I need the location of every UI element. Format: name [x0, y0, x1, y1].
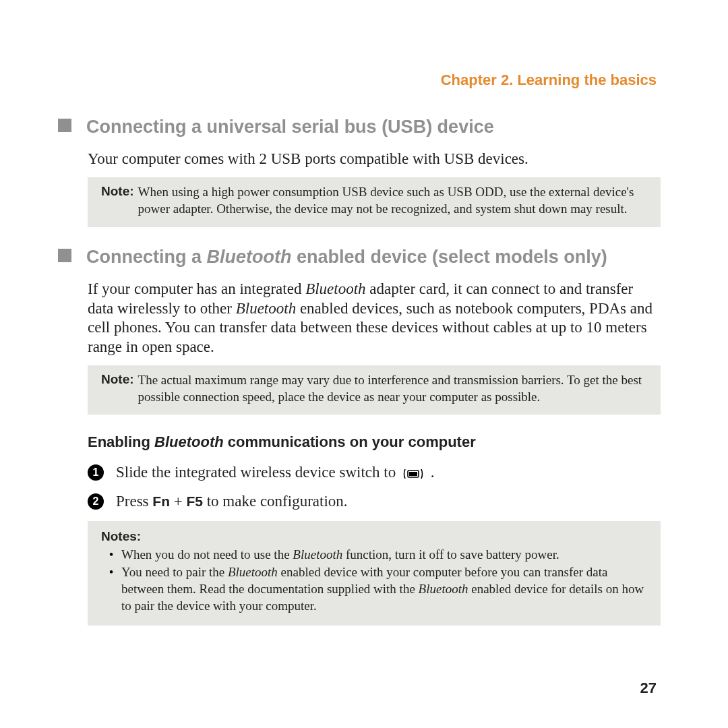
page-content: Chapter 2. Learning the basics Connectin…	[0, 71, 728, 626]
title-text: Connecting a	[86, 247, 207, 267]
usb-note-box: Note: When using a high power consumptio…	[88, 177, 661, 226]
page-number: 27	[640, 679, 657, 697]
notes-label: Notes:	[101, 529, 647, 544]
note-label: Note:	[101, 184, 134, 199]
key-f5: F5	[186, 493, 203, 509]
bullet-dot-icon: •	[101, 564, 121, 581]
usb-note-text: When using a high power consumption USB …	[138, 184, 647, 217]
step-1-text: Slide the integrated wireless device swi…	[116, 463, 434, 483]
notes-text: When you do not need to use the Bluetoot…	[121, 547, 559, 564]
square-bullet-icon	[58, 249, 71, 262]
notes-italic: Bluetooth	[419, 582, 468, 596]
note-label: Note:	[101, 372, 134, 387]
section-usb: Connecting a universal serial bus (USB) …	[58, 116, 661, 138]
svg-rect-1	[409, 472, 417, 476]
heading-span: communications on your computer	[224, 433, 476, 450]
title-text: enabled device (select models only)	[292, 247, 607, 267]
notes-span: function, turn it off to save battery po…	[342, 547, 559, 562]
heading-span: Enabling	[88, 433, 154, 450]
manual-page: Chapter 2. Learning the basics Connectin…	[0, 0, 728, 728]
key-fn: Fn	[152, 493, 170, 509]
step-2: 2 Press Fn + F5 to make configuration.	[88, 492, 661, 512]
step-number-badge: 1	[88, 464, 104, 481]
notes-text: You need to pair the Bluetooth enabled d…	[121, 564, 647, 614]
notes-item: • When you do not need to use the Blueto…	[101, 547, 647, 564]
body-italic: Bluetooth	[236, 300, 296, 317]
bullet-dot-icon: •	[101, 547, 121, 564]
step-1: 1 Slide the integrated wireless device s…	[88, 463, 661, 483]
step-span: Slide the integrated wireless device swi…	[116, 464, 400, 481]
wireless-switch-icon	[402, 468, 424, 480]
section-bluetooth: Connecting a Bluetooth enabled device (s…	[58, 246, 661, 268]
bluetooth-note-box: Note: The actual maximum range may vary …	[88, 365, 661, 415]
enable-bt-heading: Enabling Bluetooth communications on you…	[88, 433, 661, 451]
square-bullet-icon	[58, 119, 71, 132]
notes-span: When you do not need to use the	[121, 547, 293, 562]
step-span: +	[170, 493, 186, 510]
title-italic: Bluetooth	[207, 247, 292, 267]
step-2-text: Press Fn + F5 to make configuration.	[116, 492, 348, 512]
body-span: If your computer has an integrated	[88, 280, 305, 297]
notes-italic: Bluetooth	[228, 565, 278, 579]
section-title-usb: Connecting a universal serial bus (USB) …	[86, 116, 494, 138]
notes-item: • You need to pair the Bluetooth enabled…	[101, 564, 647, 614]
heading-italic: Bluetooth	[154, 433, 224, 450]
usb-body-text: Your computer comes with 2 USB ports com…	[88, 150, 661, 169]
step-span: to make configuration.	[203, 493, 348, 510]
step-number-badge: 2	[88, 493, 104, 510]
notes-italic: Bluetooth	[293, 547, 342, 562]
body-italic: Bluetooth	[305, 280, 365, 297]
notes-span: You need to pair the	[121, 565, 228, 579]
step-span: .	[431, 464, 435, 481]
bluetooth-note-text: The actual maximum range may vary due to…	[138, 372, 647, 405]
chapter-header: Chapter 2. Learning the basics	[67, 71, 661, 89]
bluetooth-body-text: If your computer has an integrated Bluet…	[88, 280, 661, 357]
step-span: Press	[116, 493, 152, 510]
notes-box: Notes: • When you do not need to use the…	[88, 521, 661, 626]
section-title-bluetooth: Connecting a Bluetooth enabled device (s…	[86, 246, 607, 268]
